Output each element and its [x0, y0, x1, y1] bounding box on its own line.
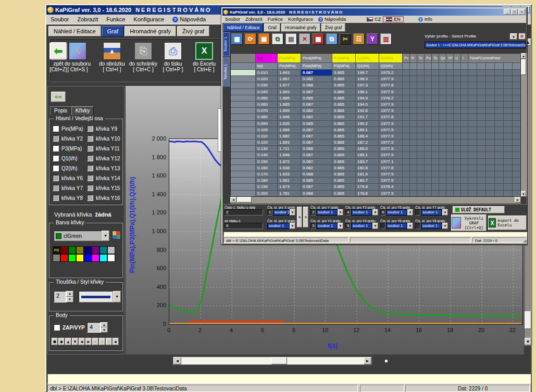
- grid-cell[interactable]: [486, 127, 495, 133]
- grid-cell[interactable]: 185.1: [356, 152, 379, 158]
- point-shape-button[interactable]: ✕: [99, 338, 105, 345]
- ycol-field[interactable]: [415, 223, 420, 229]
- grid-cell[interactable]: [432, 121, 439, 127]
- grid-cell[interactable]: [454, 178, 461, 184]
- grid-header-cell[interactable]: [477, 63, 486, 70]
- grid-cell[interactable]: 1977.5: [379, 140, 403, 146]
- grid-cell[interactable]: [425, 76, 432, 82]
- grid-cell[interactable]: [417, 121, 425, 127]
- grid-cell[interactable]: 1.693: [278, 89, 301, 95]
- checkbox[interactable]: [53, 185, 59, 191]
- grid-cell[interactable]: [417, 171, 425, 178]
- grid-cell[interactable]: [403, 127, 410, 133]
- save-default-button[interactable]: ULOŽ DEFAULT: [453, 206, 505, 213]
- grid-small-header-cell[interactable]: U: [454, 54, 461, 63]
- grid-cell[interactable]: [477, 76, 486, 82]
- grid-cell[interactable]: 0.130: [256, 146, 278, 152]
- data-window-titlebar[interactable]: KaPiGraf ver. 3,0 - 18.6.2020 NEREGISTRO…: [222, 8, 526, 16]
- grid-cell[interactable]: 0.865: [332, 140, 356, 146]
- grid-cell[interactable]: [417, 191, 425, 197]
- close-button[interactable]: ×: [518, 9, 525, 15]
- grid-cell[interactable]: [486, 108, 495, 114]
- grid-cell[interactable]: 0.865: [332, 102, 356, 108]
- grid-cell[interactable]: 1.672: [278, 159, 301, 165]
- menu-item-0[interactable]: Soubor: [222, 17, 243, 22]
- grid-cell[interactable]: [439, 114, 446, 120]
- grid-cell[interactable]: [477, 82, 486, 88]
- grid-cell[interactable]: 1977.5: [379, 127, 403, 133]
- grid-cell[interactable]: 186.0: [356, 146, 379, 152]
- point-shape-button[interactable]: +: [92, 338, 98, 345]
- grid-cell[interactable]: [495, 95, 504, 102]
- grid-cell[interactable]: [495, 191, 504, 197]
- point-shape-button[interactable]: ◆: [113, 338, 119, 345]
- grid-cell[interactable]: 0.865: [332, 108, 356, 114]
- grid-header-cell[interactable]: Pout(MPa): [301, 63, 332, 70]
- grid-v-scrollbar[interactable]: ▲ ▼: [521, 53, 527, 197]
- grid-cell[interactable]: 1.638: [278, 165, 301, 171]
- grid-cell[interactable]: [495, 102, 504, 108]
- grid-cell[interactable]: [504, 127, 513, 133]
- grid-cell[interactable]: 0.865: [332, 89, 356, 95]
- main-tab-n-hled-editace[interactable]: Náhled / Editace: [48, 26, 101, 36]
- row-selector-cell[interactable]: [231, 114, 256, 120]
- grid-cell[interactable]: [486, 152, 495, 158]
- grid-role-header-cell[interactable]: t(s): [256, 54, 278, 63]
- grid-cell[interactable]: [495, 140, 504, 146]
- checkbox[interactable]: [87, 145, 93, 151]
- palette-color-cell[interactable]: [84, 254, 92, 262]
- grid-cell[interactable]: 1.656: [278, 127, 301, 133]
- grid-cell[interactable]: [425, 95, 432, 102]
- row-selector-cell[interactable]: [231, 191, 256, 197]
- grid-cell[interactable]: 0.180: [256, 178, 278, 184]
- grid-cell[interactable]: 1.685: [278, 102, 301, 108]
- grid-cell[interactable]: [486, 171, 495, 178]
- row-selector-cell[interactable]: [231, 152, 256, 158]
- grid-cell[interactable]: [513, 165, 521, 171]
- checkbox[interactable]: [53, 125, 59, 132]
- grid-small-header-cell[interactable]: Qc: [439, 54, 446, 63]
- grid-cell[interactable]: [461, 191, 468, 197]
- grid-cell[interactable]: [432, 133, 439, 140]
- grid-cell[interactable]: 0.030: [256, 82, 278, 88]
- grid-cell[interactable]: [410, 76, 417, 82]
- grid-cell[interactable]: 0.865: [332, 152, 356, 158]
- grid-cell[interactable]: [486, 89, 495, 95]
- grid-cell[interactable]: [417, 133, 425, 140]
- grid-cell[interactable]: [486, 140, 495, 146]
- grid-cell[interactable]: [417, 95, 425, 102]
- grid-cell[interactable]: 1977.9: [379, 76, 403, 82]
- grid-cell[interactable]: [417, 152, 425, 158]
- grid-cell[interactable]: [446, 133, 454, 140]
- refresh-icon[interactable]: ⟳: [245, 33, 256, 45]
- grid-small-header-cell[interactable]: I: [461, 54, 468, 63]
- main-tab--iv-graf[interactable]: Živý graf: [177, 26, 209, 36]
- point-size-up-icon[interactable]: ▲: [101, 322, 108, 327]
- ycol-field[interactable]: 3: [310, 223, 316, 229]
- grid-cell[interactable]: [477, 89, 486, 95]
- grid-cell[interactable]: [461, 165, 468, 171]
- grid-cell[interactable]: 1.698: [278, 152, 301, 158]
- grid-h-scroll-thumb[interactable]: [237, 197, 252, 203]
- grid-cell[interactable]: [446, 95, 454, 102]
- grid-cell[interactable]: 0.865: [332, 165, 356, 171]
- grid-cell[interactable]: 194.0: [356, 102, 379, 108]
- grid-cell[interactable]: 1.674: [278, 184, 301, 190]
- grid-cell[interactable]: [403, 152, 410, 158]
- x-col-combo[interactable]: soubor 1▼: [273, 209, 295, 216]
- minimize-button[interactable]: _: [504, 9, 510, 15]
- main-tab-graf[interactable]: Graf: [102, 26, 123, 36]
- chevron-down-icon[interactable]: ▼: [407, 209, 413, 216]
- grid-cell[interactable]: [446, 159, 454, 165]
- grid-cell[interactable]: [439, 159, 446, 165]
- row-selector-cell[interactable]: [231, 70, 256, 76]
- grid-cell[interactable]: 0.087: [301, 89, 332, 95]
- menu-item-2[interactable]: Funkce: [265, 17, 286, 22]
- grid-cell[interactable]: 0.865: [332, 178, 356, 184]
- grid-cell[interactable]: [468, 121, 477, 127]
- grid-cell[interactable]: [454, 102, 461, 108]
- delete-icon[interactable]: ✕: [299, 33, 310, 45]
- grid-cell[interactable]: 0.060: [256, 102, 278, 108]
- grid-cell[interactable]: [439, 152, 446, 158]
- filter-icon[interactable]: Y: [367, 33, 378, 45]
